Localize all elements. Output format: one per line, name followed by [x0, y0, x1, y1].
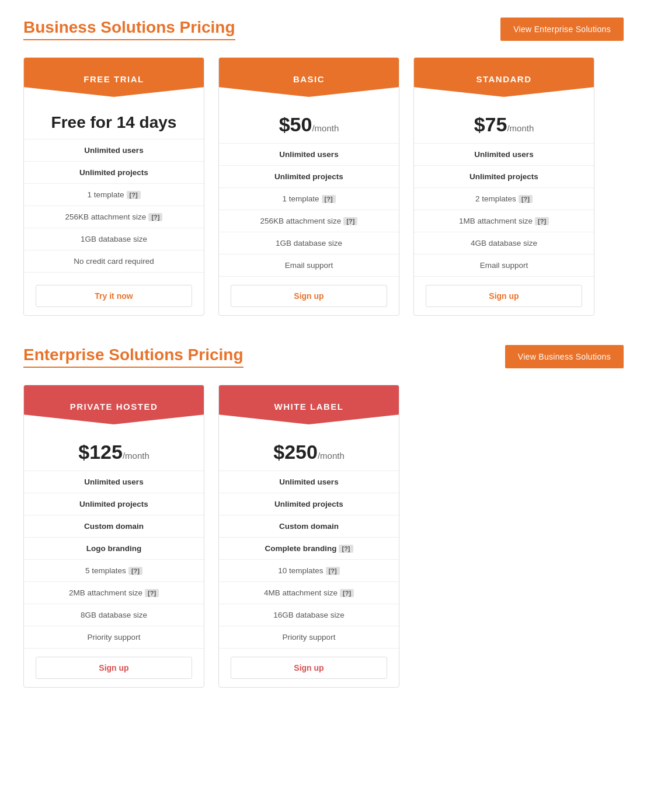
help-icon[interactable]: [?] — [343, 217, 357, 225]
feature-row: Unlimited users — [414, 144, 594, 166]
feature-row: Unlimited users — [219, 144, 399, 166]
cta-button-private-hosted[interactable]: Sign up — [36, 657, 192, 679]
plan-price-area: $250/month — [219, 424, 399, 471]
plan-header: FREE TRIAL — [24, 58, 204, 97]
feature-row: Unlimited users — [24, 140, 204, 162]
feature-row: 256KB attachment size[?] — [24, 206, 204, 228]
plan-card-basic: BASIC $50/month Unlimited usersUnlimited… — [218, 57, 399, 316]
feature-row: 1GB database size — [24, 228, 204, 250]
feature-row: Logo branding — [24, 538, 204, 560]
plan-header: WHITE LABEL — [219, 385, 399, 424]
feature-row: Email support — [219, 255, 399, 277]
feature-row: 2 templates[?] — [414, 188, 594, 210]
plan-card-free-trial: FREE TRIAL Free for 14 days Unlimited us… — [23, 57, 204, 316]
plan-name: STANDARD — [426, 74, 582, 84]
business-section-title: Business Solutions Pricing — [23, 18, 235, 40]
feature-row: 256KB attachment size[?] — [219, 210, 399, 232]
plan-cta: Sign up — [219, 649, 399, 687]
enterprise-section-header: Enterprise Solutions Pricing View Busine… — [23, 345, 624, 368]
enterprise-section-title: Enterprise Solutions Pricing — [23, 346, 244, 368]
plan-price-area: $125/month — [24, 424, 204, 471]
plan-cta: Sign up — [219, 277, 399, 315]
plan-features: Unlimited usersUnlimited projects1 templ… — [24, 140, 204, 277]
help-icon[interactable]: [?] — [340, 589, 354, 597]
help-icon[interactable]: [?] — [326, 567, 340, 575]
feature-row: 1 template[?] — [219, 188, 399, 210]
plan-name: FREE TRIAL — [36, 74, 192, 84]
help-icon[interactable]: [?] — [148, 213, 162, 221]
feature-row: 2MB attachment size[?] — [24, 582, 204, 604]
feature-row: 10 templates[?] — [219, 560, 399, 582]
business-section-header: Business Solutions Pricing View Enterpri… — [23, 18, 624, 41]
feature-row: 1MB attachment size[?] — [414, 210, 594, 232]
feature-row: Custom domain — [219, 515, 399, 538]
feature-row: Unlimited users — [219, 471, 399, 493]
feature-row: Email support — [414, 255, 594, 277]
feature-row: Unlimited projects — [24, 493, 204, 515]
feature-row: 8GB database size — [24, 604, 204, 626]
business-cards-row: FREE TRIAL Free for 14 days Unlimited us… — [23, 57, 624, 316]
help-icon[interactable]: [?] — [145, 589, 159, 597]
help-icon[interactable]: [?] — [339, 545, 353, 553]
feature-row: Unlimited projects — [219, 493, 399, 515]
plan-cta: Sign up — [414, 277, 594, 315]
feature-row: 4GB database size — [414, 232, 594, 255]
view-enterprise-btn[interactable]: View Enterprise Solutions — [500, 18, 624, 41]
cta-button-standard[interactable]: Sign up — [426, 285, 582, 307]
feature-row: Unlimited projects — [219, 166, 399, 188]
plan-header: BASIC — [219, 58, 399, 97]
feature-row: 4MB attachment size[?] — [219, 582, 399, 604]
feature-row: Complete branding[?] — [219, 538, 399, 560]
plan-price-area: Free for 14 days — [24, 97, 204, 140]
feature-row: 1GB database size — [219, 232, 399, 255]
help-icon[interactable]: [?] — [128, 567, 142, 575]
view-business-btn[interactable]: View Business Solutions — [505, 345, 624, 368]
feature-row: 5 templates[?] — [24, 560, 204, 582]
feature-row: Priority support — [24, 626, 204, 649]
help-icon[interactable]: [?] — [127, 191, 141, 199]
feature-row: No credit card required — [24, 250, 204, 273]
plan-price-area: $50/month — [219, 97, 399, 144]
feature-row: Priority support — [219, 626, 399, 649]
feature-row: Unlimited projects — [24, 162, 204, 184]
plan-header: PRIVATE HOSTED — [24, 385, 204, 424]
plan-name: BASIC — [231, 74, 387, 84]
help-icon[interactable]: [?] — [322, 195, 336, 203]
plan-cta: Sign up — [24, 649, 204, 687]
plan-features: Unlimited usersUnlimited projectsCustom … — [24, 471, 204, 649]
cta-button-white-label[interactable]: Sign up — [231, 657, 387, 679]
plan-card-private-hosted: PRIVATE HOSTED $125/month Unlimited user… — [23, 385, 204, 688]
business-section: Business Solutions Pricing View Enterpri… — [23, 18, 624, 316]
feature-row: Unlimited projects — [414, 166, 594, 188]
plan-name: PRIVATE HOSTED — [36, 402, 192, 412]
cta-button-basic[interactable]: Sign up — [231, 285, 387, 307]
enterprise-section: Enterprise Solutions Pricing View Busine… — [23, 345, 624, 688]
feature-row: Unlimited users — [24, 471, 204, 493]
plan-features: Unlimited usersUnlimited projects1 templ… — [219, 144, 399, 277]
plan-features: Unlimited usersUnlimited projectsCustom … — [219, 471, 399, 649]
plan-card-standard: STANDARD $75/month Unlimited usersUnlimi… — [413, 57, 594, 316]
plan-card-white-label: WHITE LABEL $250/month Unlimited usersUn… — [218, 385, 399, 688]
cta-button-free-trial[interactable]: Try it now — [36, 285, 192, 307]
feature-row: 16GB database size — [219, 604, 399, 626]
plan-header: STANDARD — [414, 58, 594, 97]
feature-row: Custom domain — [24, 515, 204, 538]
plan-price-area: $75/month — [414, 97, 594, 144]
plan-cta: Try it now — [24, 277, 204, 315]
help-icon[interactable]: [?] — [519, 195, 533, 203]
enterprise-cards-row: PRIVATE HOSTED $125/month Unlimited user… — [23, 385, 624, 688]
plan-features: Unlimited usersUnlimited projects2 templ… — [414, 144, 594, 277]
plan-name: WHITE LABEL — [231, 402, 387, 412]
feature-row: 1 template[?] — [24, 184, 204, 206]
help-icon[interactable]: [?] — [535, 217, 549, 225]
